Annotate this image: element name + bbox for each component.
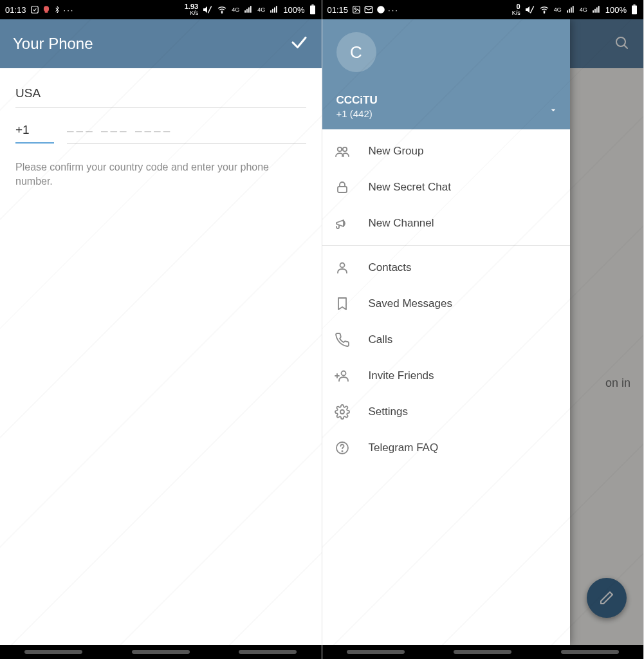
- appbar-left: Your Phone: [0, 19, 322, 68]
- page-title: Your Phone: [13, 35, 290, 53]
- bluetooth-icon: [53, 5, 61, 14]
- nav-drawer: C CCCiTU +1 (442) New GroupNew Secret Ch…: [322, 19, 570, 645]
- nav-back[interactable]: [239, 650, 297, 654]
- android-navbar-right: [322, 645, 644, 659]
- mail-icon: [363, 5, 374, 14]
- battery-icon: [309, 5, 317, 15]
- menu-item-label: Settings: [369, 405, 408, 418]
- nav-home[interactable]: [454, 650, 511, 654]
- nav-home[interactable]: [132, 650, 190, 654]
- svg-rect-9: [274, 8, 275, 13]
- clock: 01:13: [5, 5, 26, 15]
- image-icon: [352, 5, 361, 14]
- call-icon: [334, 331, 351, 348]
- battery-pct: 100%: [605, 5, 627, 15]
- bookmark-icon: [334, 295, 351, 312]
- svg-rect-20: [569, 9, 570, 13]
- menu-item-settings[interactable]: Settings: [322, 394, 570, 430]
- svg-rect-27: [632, 6, 637, 15]
- help-icon: [334, 440, 351, 456]
- phone-right: 01:15 ··· 0K/s 4G 4G 100% on in: [322, 0, 645, 659]
- menu-item-new-group[interactable]: New Group: [322, 133, 570, 169]
- phone-left: 01:13 ··· 1.93K/s 4G 4G 100% Your Phone …: [0, 0, 322, 659]
- status-left-icons: ···: [30, 5, 75, 15]
- nav-back[interactable]: [561, 650, 619, 654]
- menu-item-invite-friends[interactable]: Invite Friends: [322, 358, 570, 394]
- drawer-username: CCCiTU: [336, 94, 557, 107]
- menu-item-label: New Secret Chat: [369, 181, 452, 194]
- battery-icon: [630, 5, 638, 15]
- svg-line-1: [208, 6, 212, 14]
- gear-icon: [334, 404, 351, 420]
- menu-item-saved-messages[interactable]: Saved Messages: [322, 286, 570, 322]
- svg-rect-28: [633, 5, 635, 6]
- nav-recent[interactable]: [24, 650, 82, 654]
- country-field[interactable]: USA: [15, 82, 306, 107]
- svg-rect-6: [250, 6, 252, 13]
- signal-icon-2: [269, 5, 279, 14]
- wifi-icon: [538, 5, 550, 15]
- svg-point-31: [337, 147, 341, 151]
- drawer-phone: +1 (442): [336, 108, 557, 119]
- mute-icon: [202, 5, 212, 15]
- net-label-2: 4G: [580, 6, 587, 13]
- net-label: 4G: [232, 6, 239, 13]
- wifi-icon: [216, 5, 228, 15]
- megaphone-icon: [334, 215, 351, 232]
- menu-item-telegram-faq[interactable]: Telegram FAQ: [322, 430, 570, 466]
- confirm-button[interactable]: [290, 33, 309, 55]
- avatar[interactable]: C: [336, 32, 376, 72]
- signal-icon: [243, 5, 253, 14]
- svg-rect-7: [270, 10, 271, 13]
- country-code-input[interactable]: [15, 123, 54, 144]
- svg-point-34: [340, 263, 344, 268]
- network-speed: 0K/s: [512, 3, 520, 16]
- svg-point-32: [342, 147, 346, 151]
- svg-rect-22: [573, 6, 574, 13]
- signal-icon: [566, 5, 576, 14]
- chat-icon: [376, 5, 385, 14]
- invite-icon: [334, 367, 351, 384]
- svg-point-38: [340, 410, 344, 414]
- net-label: 4G: [554, 6, 562, 13]
- person-icon: [334, 259, 351, 276]
- menu-separator: [322, 245, 570, 246]
- menu-item-contacts[interactable]: Contacts: [322, 250, 570, 286]
- status-right-icons: ···: [352, 5, 399, 15]
- chevron-down-icon: [548, 105, 558, 115]
- nav-recent[interactable]: [347, 650, 405, 654]
- net-label-2: 4G: [257, 6, 265, 13]
- svg-rect-10: [276, 6, 277, 13]
- login-form: USA Please confirm your country code and…: [0, 68, 322, 645]
- svg-rect-4: [246, 9, 248, 13]
- menu-item-label: Calls: [369, 333, 393, 346]
- phone-number-input[interactable]: [67, 124, 306, 144]
- group-icon: [334, 143, 351, 160]
- svg-rect-21: [571, 8, 572, 13]
- svg-rect-24: [594, 9, 596, 13]
- svg-rect-33: [338, 187, 347, 192]
- menu-item-new-secret-chat[interactable]: New Secret Chat: [322, 169, 570, 205]
- svg-line-17: [530, 6, 533, 14]
- check-icon: [290, 33, 309, 52]
- svg-rect-0: [31, 6, 38, 14]
- svg-rect-19: [567, 10, 568, 13]
- network-speed: 1.93K/s: [185, 3, 198, 16]
- drawer-header: C CCCiTU +1 (442): [322, 19, 570, 129]
- account-expand-button[interactable]: [548, 105, 558, 118]
- menu-item-label: New Group: [369, 145, 424, 158]
- hint-text: Please confirm your country code and ent…: [15, 160, 306, 189]
- svg-point-40: [342, 450, 342, 451]
- menu-item-new-channel[interactable]: New Channel: [322, 205, 570, 241]
- status-bar-right: 01:15 ··· 0K/s 4G 4G 100%: [322, 0, 644, 19]
- svg-point-2: [222, 12, 223, 13]
- menu-item-label: Invite Friends: [369, 369, 434, 382]
- right-body: on in C CCCiTU +1 (442) New GroupNew Sec…: [322, 19, 644, 645]
- voice-off-icon: [42, 5, 51, 14]
- svg-point-16: [377, 6, 385, 14]
- svg-point-18: [544, 12, 544, 13]
- lock-icon: [334, 179, 351, 196]
- signal-icon-2: [591, 5, 602, 14]
- menu-item-calls[interactable]: Calls: [322, 322, 570, 358]
- svg-rect-11: [310, 6, 315, 15]
